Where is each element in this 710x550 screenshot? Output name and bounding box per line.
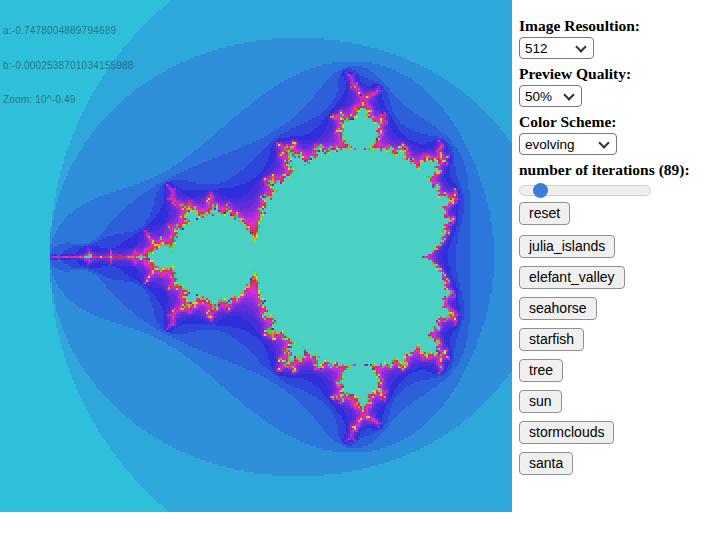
resolution-label: Image Resoultion:: [519, 17, 705, 34]
preset-button-elefant-valley[interactable]: elefant_valley: [519, 266, 625, 289]
coordinate-overlay: a:-0.7478004889794689 b:-0.0002538701034…: [3, 2, 133, 129]
preset-button-santa[interactable]: santa: [519, 452, 573, 475]
quality-label: Preview Quality:: [519, 65, 705, 82]
fractal-viewport[interactable]: a:-0.7478004889794689 b:-0.0002538701034…: [0, 0, 512, 512]
resolution-select-wrap: 512: [519, 37, 594, 59]
color-scheme-label: Color Scheme:: [519, 113, 705, 130]
iterations-slider[interactable]: [519, 185, 651, 196]
scheme-select-wrap: evolving: [519, 133, 617, 155]
controls-panel: Image Resoultion: 512 Preview Quality: 5…: [519, 0, 705, 483]
preset-button-seahorse[interactable]: seahorse: [519, 297, 597, 320]
zoom-level: Zoom: 10^-0.49: [3, 94, 133, 106]
preset-button-julia-islands[interactable]: julia_islands: [519, 235, 615, 258]
preset-button-sun[interactable]: sun: [519, 390, 562, 413]
color-scheme-select[interactable]: evolving: [519, 133, 617, 155]
iterations-label: number of iterations (89):: [519, 161, 705, 178]
preset-button-tree[interactable]: tree: [519, 359, 563, 382]
preset-button-stormclouds[interactable]: stormclouds: [519, 421, 614, 444]
app-page: a:-0.7478004889794689 b:-0.0002538701034…: [0, 0, 710, 550]
resolution-select[interactable]: 512: [519, 37, 594, 59]
coordinate-b: b:-0.0002538701034155988: [3, 60, 133, 72]
quality-select[interactable]: 50%: [519, 85, 582, 107]
reset-button[interactable]: reset: [519, 202, 570, 225]
preset-button-starfish[interactable]: starfish: [519, 328, 584, 351]
quality-select-wrap: 50%: [519, 85, 582, 107]
coordinate-a: a:-0.7478004889794689: [3, 25, 133, 37]
